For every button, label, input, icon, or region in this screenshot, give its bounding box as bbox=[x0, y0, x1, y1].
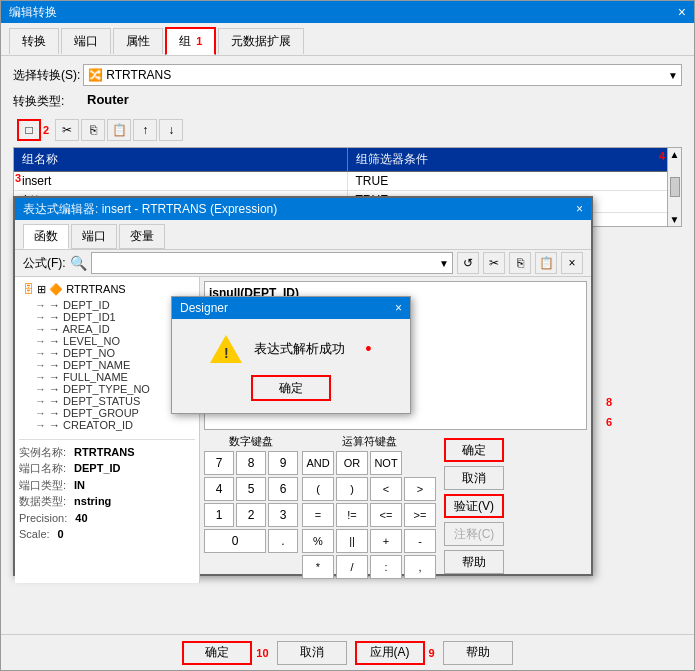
op-plus[interactable]: + bbox=[370, 529, 402, 553]
num-4[interactable]: 4 bbox=[204, 477, 234, 501]
op-div[interactable]: / bbox=[336, 555, 368, 579]
main-cancel-button[interactable]: 取消 bbox=[277, 641, 347, 665]
transform-select-wrapper[interactable]: 🔀 RTRTRANS ▼ bbox=[83, 64, 682, 86]
port-type-value: IN bbox=[74, 477, 85, 494]
op-not[interactable]: NOT bbox=[370, 451, 402, 475]
op-mul[interactable]: * bbox=[302, 555, 334, 579]
op-minus[interactable]: - bbox=[404, 529, 436, 553]
expr-cancel-button[interactable]: 取消 bbox=[444, 466, 504, 490]
badge-4: 4 bbox=[659, 150, 665, 162]
tree-item-dept-no[interactable]: → DEPT_NO bbox=[19, 347, 195, 359]
expr-tab-port[interactable]: 端口 bbox=[71, 224, 117, 249]
op-gte[interactable]: >= bbox=[404, 503, 436, 527]
num-1[interactable]: 1 bbox=[204, 503, 234, 527]
formula-search-icon: 🔍 bbox=[70, 255, 87, 271]
op-lt[interactable]: < bbox=[370, 477, 402, 501]
num-2[interactable]: 2 bbox=[236, 503, 266, 527]
tree-item-level-no[interactable]: → LEVEL_NO bbox=[19, 335, 195, 347]
row-1-condition: TRUE bbox=[348, 172, 682, 190]
copy-button[interactable]: ⎘ bbox=[81, 119, 105, 141]
scroll-up-icon[interactable]: ▲ bbox=[669, 148, 681, 161]
op-lte[interactable]: <= bbox=[370, 503, 402, 527]
designer-dialog: Designer × ! 表达式解析成功 • 确定 bbox=[171, 296, 411, 414]
op-pct[interactable]: % bbox=[302, 529, 334, 553]
cut-button[interactable]: ✂ bbox=[55, 119, 79, 141]
tabs-bar: 转换 端口 属性 组 1 元数据扩展 bbox=[1, 23, 694, 56]
op-and[interactable]: AND bbox=[302, 451, 334, 475]
op-comma[interactable]: , bbox=[404, 555, 436, 579]
num-6[interactable]: 6 bbox=[268, 477, 298, 501]
scroll-down-icon[interactable]: ▼ bbox=[669, 213, 681, 226]
main-apply-button[interactable]: 应用(A) bbox=[355, 641, 425, 665]
op-eq[interactable]: = bbox=[302, 503, 334, 527]
op-gt[interactable]: > bbox=[404, 477, 436, 501]
num-0[interactable]: 0 bbox=[204, 529, 266, 553]
formula-select[interactable] bbox=[91, 252, 453, 274]
cut-icon: ✂ bbox=[62, 123, 72, 137]
badge-1: 1 bbox=[196, 35, 202, 47]
tree-item-creator-id[interactable]: → CREATOR_ID bbox=[19, 419, 195, 431]
tree-item-full-name[interactable]: → FULL_NAME bbox=[19, 371, 195, 383]
numpad-section: 数字键盘 7 8 9 4 5 6 1 2 3 0 . bbox=[204, 434, 298, 553]
warning-exclamation: ! bbox=[224, 345, 229, 361]
tree-item-dept-name[interactable]: → DEPT_NAME bbox=[19, 359, 195, 371]
red-dot-indicator: • bbox=[365, 339, 371, 360]
designer-close-button[interactable]: × bbox=[395, 301, 402, 315]
up-arrow-icon: ↑ bbox=[142, 123, 148, 137]
transform-select[interactable]: 🔀 RTRTRANS bbox=[83, 64, 682, 86]
num-3[interactable]: 3 bbox=[268, 503, 298, 527]
op-rparen[interactable]: ) bbox=[336, 477, 368, 501]
op-colon[interactable]: : bbox=[370, 555, 402, 579]
new-group-button[interactable]: □ bbox=[17, 119, 41, 141]
main-help-button[interactable]: 帮助 bbox=[443, 641, 513, 665]
tree-item-dept-status[interactable]: → DEPT_STATUS bbox=[19, 395, 195, 407]
tree-item-dept-id1[interactable]: → DEPT_ID1 bbox=[19, 311, 195, 323]
main-confirm-button[interactable]: 确定 bbox=[182, 641, 252, 665]
row-1-name: insert bbox=[14, 172, 348, 190]
expr-close-button[interactable]: × bbox=[576, 202, 583, 216]
tree-item-area-id[interactable]: → AREA_ID bbox=[19, 323, 195, 335]
move-down-button[interactable]: ↓ bbox=[159, 119, 183, 141]
expr-copy-button[interactable]: ⎘ bbox=[509, 252, 531, 274]
num-8[interactable]: 8 bbox=[236, 451, 266, 475]
num-9[interactable]: 9 bbox=[268, 451, 298, 475]
expr-comment-button[interactable]: 注释(C) bbox=[444, 522, 504, 546]
type-row: 转换类型: Router bbox=[13, 92, 682, 111]
expr-paste-button[interactable]: 📋 bbox=[535, 252, 557, 274]
expr-tab-function[interactable]: 函数 bbox=[23, 224, 69, 249]
formula-select-wrapper[interactable]: ▼ bbox=[91, 252, 453, 274]
expr-help-button[interactable]: 帮助 bbox=[444, 550, 504, 574]
num-dot[interactable]: . bbox=[268, 529, 298, 553]
expr-cut-button[interactable]: ✂ bbox=[483, 252, 505, 274]
op-neq[interactable]: != bbox=[336, 503, 368, 527]
paste-button[interactable]: 📋 bbox=[107, 119, 131, 141]
num-7[interactable]: 7 bbox=[204, 451, 234, 475]
designer-message: 表达式解析成功 bbox=[254, 340, 345, 358]
op-lparen[interactable]: ( bbox=[302, 477, 334, 501]
tab-group[interactable]: 组 1 bbox=[165, 27, 216, 55]
op-concat[interactable]: || bbox=[336, 529, 368, 553]
col-group-condition: 组筛选器条件 bbox=[348, 148, 682, 171]
undo-button[interactable]: ↺ bbox=[457, 252, 479, 274]
expr-tab-variable[interactable]: 变量 bbox=[119, 224, 165, 249]
instance-value: RTRTRANS bbox=[74, 444, 135, 461]
table-row[interactable]: insert TRUE bbox=[14, 172, 681, 191]
tab-meta[interactable]: 元数据扩展 bbox=[218, 28, 304, 54]
tab-port[interactable]: 端口 bbox=[61, 28, 111, 54]
table-scrollbar[interactable]: ▲ ▼ bbox=[667, 148, 681, 226]
expr-clear-button[interactable]: × bbox=[561, 252, 583, 274]
expr-validate-button[interactable]: 验证(V) bbox=[444, 494, 504, 518]
close-button[interactable]: × bbox=[678, 4, 686, 20]
designer-title-label: Designer bbox=[180, 301, 228, 315]
expr-confirm-button[interactable]: 确定 bbox=[444, 438, 504, 462]
tab-props[interactable]: 属性 bbox=[113, 28, 163, 54]
tab-transform[interactable]: 转换 bbox=[9, 28, 59, 54]
move-up-button[interactable]: ↑ bbox=[133, 119, 157, 141]
expr-action-btns: 确定 取消 验证(V) 注释(C) 帮助 bbox=[440, 434, 508, 578]
tree-item-dept-group[interactable]: → DEPT_GROUP bbox=[19, 407, 195, 419]
designer-ok-button[interactable]: 确定 bbox=[251, 375, 331, 401]
num-5[interactable]: 5 bbox=[236, 477, 266, 501]
tree-item-dept-type-no[interactable]: → DEPT_TYPE_NO bbox=[19, 383, 195, 395]
tree-item-dept-id[interactable]: → DEPT_ID bbox=[19, 299, 195, 311]
op-or[interactable]: OR bbox=[336, 451, 368, 475]
